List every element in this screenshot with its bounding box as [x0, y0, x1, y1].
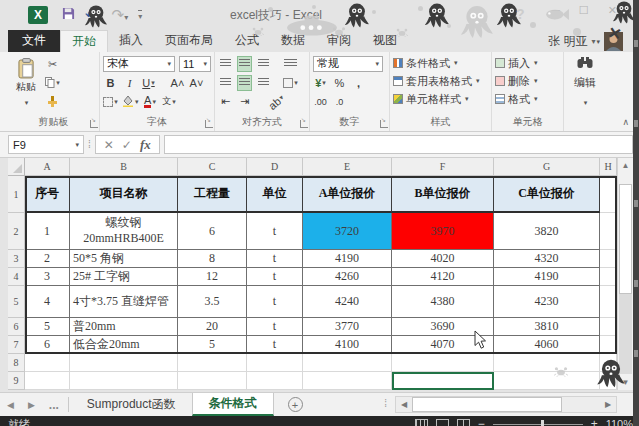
table-cell[interactable]: 4190 — [494, 268, 600, 286]
number-dialog-launcher[interactable] — [380, 120, 388, 128]
formula-input[interactable] — [164, 135, 633, 154]
font-dialog-launcher[interactable] — [205, 120, 213, 128]
cell[interactable] — [25, 372, 70, 390]
row-header[interactable]: 8 — [8, 354, 25, 372]
alignment-dialog-launcher[interactable] — [300, 120, 308, 128]
cell[interactable] — [600, 213, 617, 250]
zoom-slider[interactable] — [493, 424, 583, 425]
table-cell[interactable]: t — [247, 250, 303, 268]
user-dropdown-icon[interactable]: ▾ — [591, 37, 600, 46]
table-cell[interactable]: 6 — [178, 213, 247, 250]
table-cell[interactable]: 3820 — [494, 213, 600, 250]
table-cell[interactable]: 4230 — [494, 286, 600, 318]
merge-center-icon[interactable] — [283, 75, 298, 91]
align-bottom-icon[interactable] — [256, 56, 271, 72]
table-cell[interactable]: 4260 — [303, 268, 392, 286]
table-cell[interactable]: t — [247, 318, 303, 336]
row-header[interactable]: 2 — [8, 213, 25, 250]
table-header-cell[interactable]: 项目名称 — [70, 176, 178, 213]
align-left-icon[interactable] — [218, 75, 233, 91]
underline-button[interactable]: U — [141, 75, 156, 91]
table-cell[interactable]: t — [247, 286, 303, 318]
italic-button[interactable]: I — [122, 75, 137, 91]
cell[interactable] — [392, 354, 494, 372]
increase-indent-icon[interactable]: ⇥ — [237, 94, 252, 110]
tabbar-splitter[interactable]: ⁞ — [384, 398, 387, 409]
table-header-cell[interactable]: 工程量 — [178, 176, 247, 213]
scroll-right-icon[interactable]: ▶ — [600, 400, 616, 409]
cell-grid[interactable]: ABCDEFGH1序号项目名称工程量单位A单位报价B单位报价C单位报价21螺纹钢… — [8, 158, 617, 390]
tab-review[interactable]: 审阅 — [316, 30, 362, 52]
sheet-nav-right-icon[interactable]: ▶ — [21, 393, 42, 416]
wrap-text-icon[interactable] — [283, 56, 298, 72]
zoom-slider-thumb[interactable] — [541, 420, 544, 426]
table-cell[interactable]: 4020 — [392, 250, 494, 268]
table-cell[interactable]: 1 — [25, 213, 70, 250]
cell[interactable] — [392, 372, 494, 390]
cell[interactable] — [494, 372, 600, 390]
cell[interactable] — [494, 354, 600, 372]
table-cell[interactable]: t — [247, 336, 303, 354]
table-cell[interactable]: 2 — [25, 250, 70, 268]
table-cell[interactable]: 3 — [25, 268, 70, 286]
cell[interactable] — [600, 318, 617, 336]
fill-color-button[interactable] — [122, 94, 139, 110]
redo-button[interactable]: ↷▾ — [112, 6, 129, 24]
user-avatar[interactable] — [604, 32, 623, 51]
table-cell[interactable]: 3970 — [392, 213, 494, 250]
cell[interactable] — [600, 176, 617, 213]
table-header-cell[interactable]: B单位报价 — [392, 176, 494, 213]
cancel-icon[interactable]: ✕ — [104, 138, 114, 152]
cut-icon[interactable]: ✂ — [45, 56, 60, 72]
cell[interactable] — [600, 250, 617, 268]
row-header[interactable]: 3 — [8, 250, 25, 268]
table-cell[interactable]: 4060 — [494, 336, 600, 354]
column-header[interactable]: A — [25, 158, 70, 176]
table-cell[interactable]: 6 — [25, 336, 70, 354]
table-cell[interactable]: 4 — [25, 286, 70, 318]
sheet-nav-more[interactable]: ... — [42, 393, 66, 416]
cell[interactable] — [600, 372, 617, 390]
orientation-icon[interactable]: ab — [265, 90, 288, 113]
row-header[interactable]: 5 — [8, 286, 25, 318]
cell[interactable] — [600, 354, 617, 372]
column-header[interactable]: H — [600, 158, 617, 176]
bold-button[interactable]: B — [103, 75, 118, 91]
page-break-view-icon[interactable] — [457, 419, 470, 426]
collapse-ribbon-icon[interactable]: ∧ — [622, 117, 629, 127]
select-all-corner[interactable] — [8, 158, 25, 176]
tab-view[interactable]: 视图 — [362, 30, 408, 52]
table-cell[interactable]: 50*5 角钢 — [70, 250, 178, 268]
page-layout-view-icon[interactable] — [436, 419, 449, 426]
font-size-combo[interactable]: 11 — [179, 56, 211, 72]
save-icon[interactable] — [62, 7, 75, 23]
delete-cells-button[interactable]: 删除 — [495, 72, 560, 90]
column-header[interactable]: E — [303, 158, 392, 176]
table-cell[interactable]: t — [247, 268, 303, 286]
insert-function-icon[interactable]: fx — [140, 137, 151, 153]
tab-home[interactable]: 开始 — [60, 30, 108, 52]
number-format-combo[interactable]: 常规 — [313, 56, 383, 72]
window-controls[interactable]: ─ ☐ ✕ — [552, 4, 625, 17]
sheet-tab-conditional-format[interactable]: 条件格式 — [192, 393, 274, 416]
tab-page-layout[interactable]: 页面布局 — [154, 30, 224, 52]
normal-view-icon[interactable] — [415, 419, 428, 426]
table-cell[interactable]: 4100 — [303, 336, 392, 354]
vertical-scrollbar[interactable]: ▲ ▼ — [617, 158, 633, 390]
scroll-down-icon[interactable]: ▼ — [618, 375, 633, 390]
table-cell[interactable]: 4190 — [303, 250, 392, 268]
tab-file[interactable]: 文件 — [8, 30, 60, 52]
excel-logo-icon[interactable]: X — [28, 6, 48, 24]
align-middle-icon[interactable] — [237, 56, 252, 72]
editing-menu-button[interactable]: 编辑 — [567, 73, 603, 91]
table-cell[interactable]: 4320 — [494, 250, 600, 268]
table-header-cell[interactable]: C单位报价 — [494, 176, 600, 213]
align-right-icon[interactable] — [256, 75, 271, 91]
decrease-decimal-icon[interactable]: .0 — [332, 94, 347, 110]
paste-button[interactable]: 粘贴 — [11, 54, 41, 111]
phonetic-button[interactable]: 文 — [162, 94, 177, 110]
cell[interactable] — [178, 372, 247, 390]
cell[interactable] — [70, 372, 178, 390]
tab-formulas[interactable]: 公式 — [224, 30, 270, 52]
table-cell[interactable]: 螺纹钢 20mmHRB400E — [70, 213, 178, 250]
